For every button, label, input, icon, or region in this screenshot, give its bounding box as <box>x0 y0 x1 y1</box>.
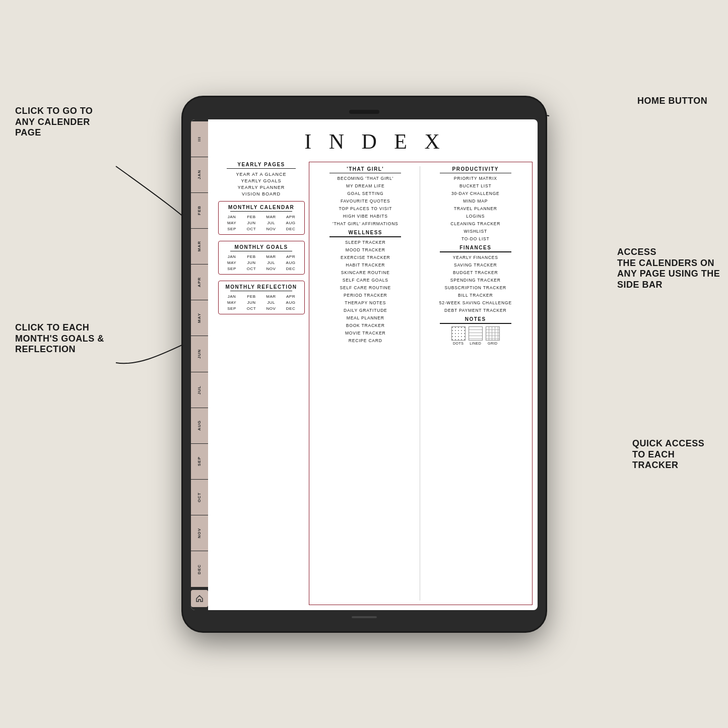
home-button[interactable] <box>191 590 208 607</box>
monthly-goals-grid: JAN FEB MAR APR MAY JUN JUL AUG SEP OCT … <box>223 254 300 271</box>
month-jun-ref[interactable]: JUN <box>242 300 261 305</box>
month-dec-cal[interactable]: DEC <box>282 227 300 231</box>
month-sep-goals[interactable]: SEP <box>223 267 241 271</box>
finances-item-4[interactable]: SPENDING TRACKER <box>424 278 527 283</box>
notes-dots-wrap[interactable]: DOTS <box>451 326 466 345</box>
productivity-item-7[interactable]: CLEANING TRACKER <box>424 221 527 227</box>
month-jun-goals[interactable]: JUN <box>242 260 261 265</box>
month-apr-ref[interactable]: APR <box>282 294 300 299</box>
month-feb-goals[interactable]: FEB <box>242 254 261 259</box>
sidebar-tab-may[interactable]: MAY <box>191 300 208 336</box>
sidebar-tab-apr[interactable]: APR <box>191 264 208 300</box>
thatgirl-item-7[interactable]: 'THAT GIRL' AFFIRMATIONS <box>314 221 417 227</box>
productivity-item-6[interactable]: LOGINS <box>424 214 527 219</box>
sidebar-tab-dec[interactable]: DEC <box>191 551 208 586</box>
sidebar-tab-jan[interactable]: JAN <box>191 157 208 192</box>
wellness-item-7[interactable]: SELF CARE ROUTINE <box>314 285 417 291</box>
productivity-item-4[interactable]: MIND MAP <box>424 198 527 204</box>
finances-item-1[interactable]: YEARLY FINANCES <box>424 255 527 260</box>
month-nov-ref[interactable]: NOV <box>262 306 281 311</box>
left-column: YEARLY PAGES YEAR AT A GLANCE YEARLY GOA… <box>218 162 309 605</box>
month-dec-goals[interactable]: DEC <box>282 267 300 271</box>
finances-item-7[interactable]: 52-WEEK SAVING CHALLENGE <box>424 300 527 306</box>
sidebar-tab-sep[interactable]: SEP <box>191 444 208 479</box>
annotation-quick-access: QUICK ACCESSTO EACHTRACKER <box>632 438 718 471</box>
month-sep-cal[interactable]: SEP <box>223 227 241 231</box>
month-jan-ref[interactable]: JAN <box>223 294 241 299</box>
wellness-item-13[interactable]: MOVIE TRACKER <box>314 330 417 336</box>
sidebar-tab-aug[interactable]: AUG <box>191 408 208 443</box>
month-aug-goals[interactable]: AUG <box>282 260 300 265</box>
finances-item-8[interactable]: DEBT PAYMENT TRACKER <box>424 308 527 313</box>
yearly-item-2[interactable]: YEARLY GOALS <box>218 178 305 183</box>
wellness-item-2[interactable]: MOOD TRACKER <box>314 247 417 253</box>
wellness-item-4[interactable]: HABIT TRACKER <box>314 262 417 268</box>
wellness-item-5[interactable]: SKINCARE ROUTINE <box>314 270 417 276</box>
wellness-item-11[interactable]: MEAL PLANNER <box>314 315 417 321</box>
productivity-item-5[interactable]: TRAVEL PLANNER <box>424 206 527 212</box>
thatgirl-item-6[interactable]: HIGH VIBE HABITS <box>314 214 417 219</box>
month-aug-cal[interactable]: AUG <box>282 221 300 225</box>
wellness-item-9[interactable]: THERAPY NOTES <box>314 300 417 306</box>
month-oct-ref[interactable]: OCT <box>242 306 261 311</box>
thatgirl-item-1[interactable]: BECOMING 'THAT GIRL' <box>314 176 417 181</box>
wellness-item-12[interactable]: BOOK TRACKER <box>314 323 417 328</box>
month-jun-cal[interactable]: JUN <box>242 221 261 225</box>
month-jan-goals[interactable]: JAN <box>223 254 241 259</box>
sidebar-tab-mar[interactable]: MAR <box>191 229 208 264</box>
wellness-item-8[interactable]: PERIOD TRACKER <box>314 293 417 298</box>
sidebar-tab-iii[interactable]: III <box>191 121 208 157</box>
finances-item-6[interactable]: BILL TRACKER <box>424 293 527 298</box>
month-oct-cal[interactable]: OCT <box>242 227 261 231</box>
finances-heading: FINANCES <box>424 245 527 250</box>
notes-grid-wrap[interactable]: GRID <box>486 326 500 345</box>
wellness-item-10[interactable]: DAILY GRATITUDE <box>314 308 417 313</box>
sidebar-tab-jul[interactable]: JUL <box>191 372 208 408</box>
sidebar-tab-nov[interactable]: NOV <box>191 515 208 551</box>
monthly-reflection-box: MONTHLY REFLECTION JAN FEB MAR APR MAY J… <box>218 281 305 314</box>
month-oct-goals[interactable]: OCT <box>242 267 261 271</box>
productivity-item-9[interactable]: TO-DO LIST <box>424 236 527 242</box>
productivity-item-2[interactable]: BUCKET LIST <box>424 183 527 189</box>
thatgirl-item-5[interactable]: TOP PLACES TO VISIT <box>314 206 417 212</box>
finances-item-3[interactable]: BUDGET TRACKER <box>424 270 527 276</box>
month-dec-ref[interactable]: DEC <box>282 306 300 311</box>
yearly-item-3[interactable]: YEARLY PLANNER <box>218 185 305 190</box>
sidebar-tab-feb[interactable]: FEB <box>191 193 208 228</box>
finances-item-2[interactable]: SAVING TRACKER <box>424 262 527 268</box>
yearly-item-4[interactable]: VISION BOARD <box>218 191 305 196</box>
thatgirl-item-2[interactable]: MY DREAM LIFE <box>314 183 417 189</box>
month-nov-cal[interactable]: NOV <box>262 227 281 231</box>
month-jul-goals[interactable]: JUL <box>262 260 281 265</box>
month-jul-cal[interactable]: JUL <box>262 221 281 225</box>
productivity-item-1[interactable]: PRIORITY MATRIX <box>424 176 527 181</box>
month-mar-cal[interactable]: MAR <box>262 215 281 219</box>
wellness-item-6[interactable]: SELF CARE GOALS <box>314 278 417 283</box>
month-sep-ref[interactable]: SEP <box>223 306 241 311</box>
month-jul-ref[interactable]: JUL <box>262 300 281 305</box>
wellness-item-1[interactable]: SLEEP TRACKER <box>314 240 417 245</box>
month-feb-ref[interactable]: FEB <box>242 294 261 299</box>
wellness-item-3[interactable]: EXERCISE TRACKER <box>314 255 417 260</box>
month-mar-goals[interactable]: MAR <box>262 254 281 259</box>
thatgirl-item-3[interactable]: GOAL SETTING <box>314 191 417 196</box>
yearly-item-1[interactable]: YEAR AT A GLANCE <box>218 172 305 177</box>
productivity-item-8[interactable]: WISHLIST <box>424 229 527 234</box>
month-aug-ref[interactable]: AUG <box>282 300 300 305</box>
month-apr-goals[interactable]: APR <box>282 254 300 259</box>
thatgirl-item-4[interactable]: FAVOURITE QUOTES <box>314 198 417 204</box>
finances-item-5[interactable]: SUBSCRIPTION TRACKER <box>424 285 527 291</box>
month-mar-ref[interactable]: MAR <box>262 294 281 299</box>
month-jan-cal[interactable]: JAN <box>223 215 241 219</box>
wellness-item-14[interactable]: RECIPE CARD <box>314 338 417 344</box>
month-may-cal[interactable]: MAY <box>223 221 241 225</box>
month-may-goals[interactable]: MAY <box>223 260 241 265</box>
notes-lined-wrap[interactable]: LINED <box>469 326 483 345</box>
month-feb-cal[interactable]: FEB <box>242 215 261 219</box>
sidebar-tab-jun[interactable]: JUN <box>191 336 208 371</box>
month-may-ref[interactable]: MAY <box>223 300 241 305</box>
sidebar-tab-oct[interactable]: OCT <box>191 480 208 515</box>
month-nov-goals[interactable]: NOV <box>262 267 281 271</box>
productivity-item-3[interactable]: 30-DAY CHALLENGE <box>424 191 527 196</box>
month-apr-cal[interactable]: APR <box>282 215 300 219</box>
